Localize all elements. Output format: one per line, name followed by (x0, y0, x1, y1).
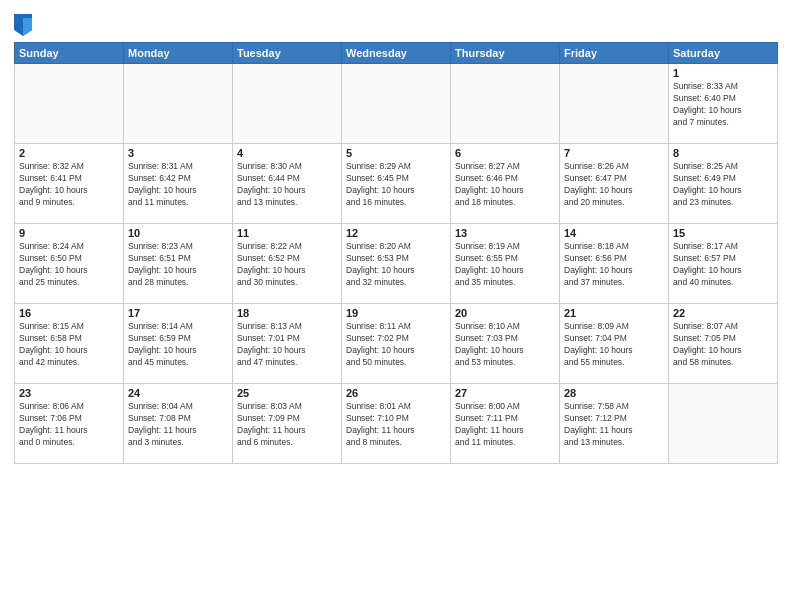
weekday-header-row: SundayMondayTuesdayWednesdayThursdayFrid… (15, 43, 778, 64)
day-info: Sunrise: 8:26 AM Sunset: 6:47 PM Dayligh… (564, 161, 664, 209)
day-info: Sunrise: 8:13 AM Sunset: 7:01 PM Dayligh… (237, 321, 337, 369)
day-number: 25 (237, 387, 337, 399)
day-cell: 3Sunrise: 8:31 AM Sunset: 6:42 PM Daylig… (124, 144, 233, 224)
day-cell: 27Sunrise: 8:00 AM Sunset: 7:11 PM Dayli… (451, 384, 560, 464)
day-info: Sunrise: 8:31 AM Sunset: 6:42 PM Dayligh… (128, 161, 228, 209)
week-row-5: 23Sunrise: 8:06 AM Sunset: 7:06 PM Dayli… (15, 384, 778, 464)
day-info: Sunrise: 8:01 AM Sunset: 7:10 PM Dayligh… (346, 401, 446, 449)
day-cell: 2Sunrise: 8:32 AM Sunset: 6:41 PM Daylig… (15, 144, 124, 224)
day-cell: 25Sunrise: 8:03 AM Sunset: 7:09 PM Dayli… (233, 384, 342, 464)
day-info: Sunrise: 8:27 AM Sunset: 6:46 PM Dayligh… (455, 161, 555, 209)
day-number: 13 (455, 227, 555, 239)
day-number: 9 (19, 227, 119, 239)
day-number: 15 (673, 227, 773, 239)
day-info: Sunrise: 8:23 AM Sunset: 6:51 PM Dayligh… (128, 241, 228, 289)
calendar: SundayMondayTuesdayWednesdayThursdayFrid… (14, 42, 778, 464)
day-number: 22 (673, 307, 773, 319)
day-info: Sunrise: 8:14 AM Sunset: 6:59 PM Dayligh… (128, 321, 228, 369)
day-cell: 9Sunrise: 8:24 AM Sunset: 6:50 PM Daylig… (15, 224, 124, 304)
day-cell (669, 384, 778, 464)
day-info: Sunrise: 8:15 AM Sunset: 6:58 PM Dayligh… (19, 321, 119, 369)
week-row-2: 2Sunrise: 8:32 AM Sunset: 6:41 PM Daylig… (15, 144, 778, 224)
day-cell: 26Sunrise: 8:01 AM Sunset: 7:10 PM Dayli… (342, 384, 451, 464)
day-number: 6 (455, 147, 555, 159)
day-cell: 17Sunrise: 8:14 AM Sunset: 6:59 PM Dayli… (124, 304, 233, 384)
weekday-header-sunday: Sunday (15, 43, 124, 64)
day-number: 20 (455, 307, 555, 319)
day-number: 16 (19, 307, 119, 319)
day-cell: 4Sunrise: 8:30 AM Sunset: 6:44 PM Daylig… (233, 144, 342, 224)
day-info: Sunrise: 8:17 AM Sunset: 6:57 PM Dayligh… (673, 241, 773, 289)
day-info: Sunrise: 8:24 AM Sunset: 6:50 PM Dayligh… (19, 241, 119, 289)
day-cell: 12Sunrise: 8:20 AM Sunset: 6:53 PM Dayli… (342, 224, 451, 304)
day-info: Sunrise: 8:06 AM Sunset: 7:06 PM Dayligh… (19, 401, 119, 449)
day-number: 24 (128, 387, 228, 399)
day-cell: 18Sunrise: 8:13 AM Sunset: 7:01 PM Dayli… (233, 304, 342, 384)
day-info: Sunrise: 8:25 AM Sunset: 6:49 PM Dayligh… (673, 161, 773, 209)
day-number: 19 (346, 307, 446, 319)
day-info: Sunrise: 8:00 AM Sunset: 7:11 PM Dayligh… (455, 401, 555, 449)
day-cell: 15Sunrise: 8:17 AM Sunset: 6:57 PM Dayli… (669, 224, 778, 304)
logo (14, 14, 34, 36)
day-cell (560, 64, 669, 144)
day-info: Sunrise: 8:10 AM Sunset: 7:03 PM Dayligh… (455, 321, 555, 369)
day-cell: 22Sunrise: 8:07 AM Sunset: 7:05 PM Dayli… (669, 304, 778, 384)
day-info: Sunrise: 8:30 AM Sunset: 6:44 PM Dayligh… (237, 161, 337, 209)
day-cell (342, 64, 451, 144)
header (14, 10, 778, 36)
day-info: Sunrise: 8:19 AM Sunset: 6:55 PM Dayligh… (455, 241, 555, 289)
logo-icon (14, 14, 32, 36)
day-info: Sunrise: 7:58 AM Sunset: 7:12 PM Dayligh… (564, 401, 664, 449)
day-number: 26 (346, 387, 446, 399)
day-number: 5 (346, 147, 446, 159)
weekday-header-wednesday: Wednesday (342, 43, 451, 64)
day-info: Sunrise: 8:04 AM Sunset: 7:08 PM Dayligh… (128, 401, 228, 449)
day-cell: 13Sunrise: 8:19 AM Sunset: 6:55 PM Dayli… (451, 224, 560, 304)
day-info: Sunrise: 8:29 AM Sunset: 6:45 PM Dayligh… (346, 161, 446, 209)
week-row-4: 16Sunrise: 8:15 AM Sunset: 6:58 PM Dayli… (15, 304, 778, 384)
day-number: 18 (237, 307, 337, 319)
day-info: Sunrise: 8:18 AM Sunset: 6:56 PM Dayligh… (564, 241, 664, 289)
day-number: 12 (346, 227, 446, 239)
day-info: Sunrise: 8:03 AM Sunset: 7:09 PM Dayligh… (237, 401, 337, 449)
weekday-header-saturday: Saturday (669, 43, 778, 64)
day-info: Sunrise: 8:32 AM Sunset: 6:41 PM Dayligh… (19, 161, 119, 209)
day-cell (451, 64, 560, 144)
day-cell: 16Sunrise: 8:15 AM Sunset: 6:58 PM Dayli… (15, 304, 124, 384)
day-cell: 6Sunrise: 8:27 AM Sunset: 6:46 PM Daylig… (451, 144, 560, 224)
day-info: Sunrise: 8:33 AM Sunset: 6:40 PM Dayligh… (673, 81, 773, 129)
page: SundayMondayTuesdayWednesdayThursdayFrid… (0, 0, 792, 612)
day-number: 3 (128, 147, 228, 159)
weekday-header-thursday: Thursday (451, 43, 560, 64)
svg-marker-1 (23, 18, 32, 36)
day-cell: 28Sunrise: 7:58 AM Sunset: 7:12 PM Dayli… (560, 384, 669, 464)
day-cell: 10Sunrise: 8:23 AM Sunset: 6:51 PM Dayli… (124, 224, 233, 304)
day-number: 21 (564, 307, 664, 319)
weekday-header-tuesday: Tuesday (233, 43, 342, 64)
weekday-header-friday: Friday (560, 43, 669, 64)
week-row-1: 1Sunrise: 8:33 AM Sunset: 6:40 PM Daylig… (15, 64, 778, 144)
day-cell: 1Sunrise: 8:33 AM Sunset: 6:40 PM Daylig… (669, 64, 778, 144)
day-cell: 21Sunrise: 8:09 AM Sunset: 7:04 PM Dayli… (560, 304, 669, 384)
day-number: 27 (455, 387, 555, 399)
day-number: 10 (128, 227, 228, 239)
day-cell (233, 64, 342, 144)
week-row-3: 9Sunrise: 8:24 AM Sunset: 6:50 PM Daylig… (15, 224, 778, 304)
day-number: 11 (237, 227, 337, 239)
day-number: 8 (673, 147, 773, 159)
day-info: Sunrise: 8:09 AM Sunset: 7:04 PM Dayligh… (564, 321, 664, 369)
day-info: Sunrise: 8:07 AM Sunset: 7:05 PM Dayligh… (673, 321, 773, 369)
day-number: 23 (19, 387, 119, 399)
day-cell: 14Sunrise: 8:18 AM Sunset: 6:56 PM Dayli… (560, 224, 669, 304)
day-number: 17 (128, 307, 228, 319)
day-number: 2 (19, 147, 119, 159)
day-cell: 24Sunrise: 8:04 AM Sunset: 7:08 PM Dayli… (124, 384, 233, 464)
day-cell: 20Sunrise: 8:10 AM Sunset: 7:03 PM Dayli… (451, 304, 560, 384)
day-number: 14 (564, 227, 664, 239)
day-cell: 7Sunrise: 8:26 AM Sunset: 6:47 PM Daylig… (560, 144, 669, 224)
day-info: Sunrise: 8:22 AM Sunset: 6:52 PM Dayligh… (237, 241, 337, 289)
day-number: 28 (564, 387, 664, 399)
day-cell: 23Sunrise: 8:06 AM Sunset: 7:06 PM Dayli… (15, 384, 124, 464)
day-number: 1 (673, 67, 773, 79)
day-cell: 8Sunrise: 8:25 AM Sunset: 6:49 PM Daylig… (669, 144, 778, 224)
